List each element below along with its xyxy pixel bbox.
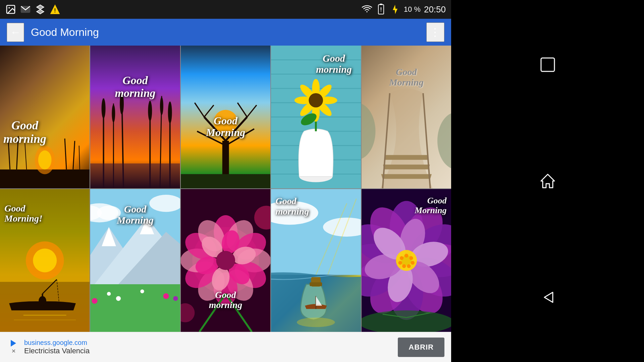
grid-item-7[interactable]: GoodMorning xyxy=(90,189,180,332)
grid-item-5[interactable]: GoodMorning xyxy=(362,46,451,188)
back-button[interactable]: ← xyxy=(7,23,24,42)
svg-line-14 xyxy=(8,141,10,169)
battery-percent: 10 % xyxy=(404,5,421,14)
svg-line-42 xyxy=(204,105,214,117)
svg-text:!: ! xyxy=(54,8,56,13)
ad-text-container: business.google.com Electricista Valenci… xyxy=(24,339,398,355)
svg-point-21 xyxy=(38,150,52,169)
svg-line-44 xyxy=(237,103,247,117)
svg-point-70 xyxy=(362,103,375,160)
svg-point-137 xyxy=(297,317,335,327)
app-bar: ← Good Morning ⋮ xyxy=(0,19,451,46)
svg-rect-34 xyxy=(90,163,180,188)
svg-rect-168 xyxy=(541,58,554,71)
status-bar-right: ! 10 % 20:50 xyxy=(362,4,446,15)
charging-icon xyxy=(390,4,400,15)
svg-line-19 xyxy=(79,145,80,169)
ad-icon-container: ✕ xyxy=(7,341,20,354)
svg-point-97 xyxy=(116,296,121,301)
svg-point-27 xyxy=(120,93,124,115)
svg-point-25 xyxy=(112,105,115,123)
svg-point-164 xyxy=(398,261,402,264)
svg-line-16 xyxy=(25,143,26,169)
clock: 20:50 xyxy=(424,4,446,15)
grid-item-10[interactable]: GoodMorning xyxy=(362,189,451,332)
ad-close-icon[interactable]: ✕ xyxy=(11,348,16,354)
dropbox-icon xyxy=(35,4,46,15)
more-options-button[interactable]: ⋮ xyxy=(426,22,444,42)
svg-line-17 xyxy=(65,138,66,169)
svg-line-43 xyxy=(247,105,256,117)
svg-marker-5 xyxy=(37,9,44,14)
image-icon xyxy=(5,4,16,15)
svg-point-165 xyxy=(362,310,451,332)
svg-point-94 xyxy=(173,296,178,301)
svg-rect-134 xyxy=(310,282,322,286)
nav-bar xyxy=(451,0,644,362)
svg-point-93 xyxy=(163,293,169,299)
svg-point-98 xyxy=(141,290,144,293)
svg-point-1 xyxy=(8,7,10,8)
svg-rect-9 xyxy=(380,4,382,5)
svg-text:!: ! xyxy=(380,7,382,12)
status-bar-left: ! xyxy=(5,4,60,15)
ad-play-icon xyxy=(11,340,16,347)
svg-marker-11 xyxy=(393,5,397,14)
svg-point-162 xyxy=(407,264,411,268)
warning-icon: ! xyxy=(50,4,60,15)
svg-point-91 xyxy=(92,298,98,304)
grid-item-9[interactable]: Goodmorning xyxy=(271,189,361,332)
svg-point-96 xyxy=(107,292,111,296)
svg-line-18 xyxy=(73,141,75,169)
svg-point-35 xyxy=(214,110,237,134)
ad-banner: ✕ business.google.com Electricista Valen… xyxy=(0,332,451,362)
svg-point-31 xyxy=(160,97,163,115)
grid-item-2[interactable]: Goodmorning xyxy=(90,46,180,188)
svg-rect-36 xyxy=(222,141,229,179)
svg-point-66 xyxy=(309,93,323,108)
svg-rect-45 xyxy=(181,174,270,188)
svg-point-123 xyxy=(216,251,235,270)
grid-item-4[interactable]: Goodmorning xyxy=(271,46,361,188)
recent-apps-button[interactable] xyxy=(534,51,561,78)
svg-point-158 xyxy=(399,256,403,260)
svg-marker-169 xyxy=(541,174,554,188)
svg-marker-170 xyxy=(544,292,553,302)
svg-point-74 xyxy=(33,249,57,273)
svg-point-160 xyxy=(409,256,413,260)
svg-point-23 xyxy=(102,99,106,119)
grid-item-1[interactable]: Goodmorning xyxy=(0,46,90,188)
grid-item-3[interactable]: GoodMorning xyxy=(181,46,270,188)
svg-point-159 xyxy=(405,254,408,257)
svg-rect-88 xyxy=(90,284,180,332)
ad-url: business.google.com xyxy=(24,339,398,347)
svg-line-41 xyxy=(195,103,204,117)
svg-line-15 xyxy=(17,136,18,169)
svg-point-157 xyxy=(396,250,417,271)
wifi-icon xyxy=(362,4,372,15)
svg-line-39 xyxy=(197,131,225,146)
svg-point-101 xyxy=(97,206,121,220)
grid-item-8[interactable]: Goodmorning xyxy=(181,189,270,332)
svg-point-29 xyxy=(148,101,152,121)
grid-item-6[interactable]: GoodMorning! xyxy=(0,189,90,332)
back-nav-button[interactable] xyxy=(534,284,561,311)
svg-point-33 xyxy=(168,102,172,124)
svg-point-163 xyxy=(402,264,406,268)
gmail-icon xyxy=(20,4,31,15)
status-bar: ! ! xyxy=(0,0,451,19)
svg-point-161 xyxy=(411,261,414,264)
main-area: ! ! xyxy=(0,0,451,362)
home-button[interactable] xyxy=(534,168,561,194)
ad-title: Electricista Valencia xyxy=(24,347,398,355)
svg-marker-4 xyxy=(37,5,44,9)
image-grid: Goodmorning xyxy=(0,46,451,332)
page-title: Good Morning xyxy=(31,26,420,39)
battery-warning-icon: ! xyxy=(376,4,386,15)
ad-open-button[interactable]: ABRIR xyxy=(398,338,444,357)
svg-point-71 xyxy=(437,112,451,169)
